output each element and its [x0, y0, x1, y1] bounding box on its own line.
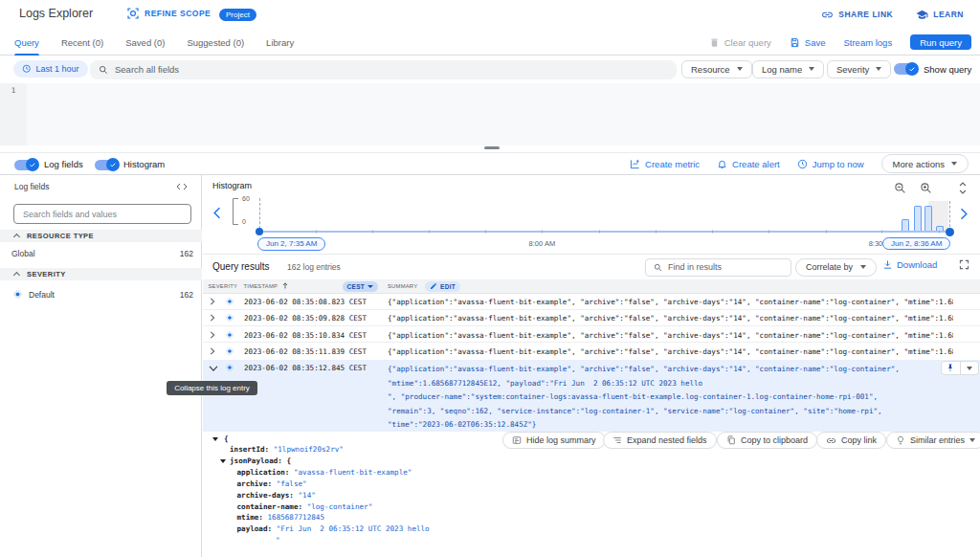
show-query-toggle[interactable]: [894, 63, 918, 75]
timeline-start-dot[interactable]: [256, 228, 263, 235]
expand-row-icon[interactable]: [209, 298, 216, 305]
share-link-button[interactable]: SHARE LINK: [821, 9, 893, 21]
tab-saved[interactable]: Saved (0): [125, 29, 165, 56]
pin-menu-icon[interactable]: [961, 362, 979, 374]
log-fields-toggle[interactable]: [14, 160, 38, 170]
tab-recent[interactable]: Recent (0): [61, 29, 103, 56]
query-editor[interactable]: 1: [0, 83, 980, 145]
field-row-global[interactable]: Global 162: [0, 242, 202, 264]
tree-value: "1lpwnoif20s2rv": [274, 445, 344, 454]
collapse-node-icon[interactable]: [212, 437, 218, 441]
correlate-by-button[interactable]: Correlate by: [795, 258, 877, 277]
fullscreen-icon[interactable]: [959, 259, 969, 270]
collapse-row-icon[interactable]: [209, 365, 218, 372]
collapse-panel-icon[interactable]: [176, 183, 188, 190]
log-row[interactable]: 2023-06-02 08:35:09.828 CEST {"applicati…: [203, 310, 980, 326]
learn-label: LEARN: [933, 10, 964, 19]
copy-to-clipboard-label: Copy to clipboard: [741, 435, 808, 445]
jump-to-now-button[interactable]: Jump to now: [797, 159, 864, 169]
editor-line-number: 1: [0, 83, 27, 145]
run-query-button[interactable]: Run query: [910, 34, 971, 51]
field-search-input[interactable]: [23, 210, 182, 219]
similar-entries-label: Similar entries: [910, 435, 965, 445]
tree-key: mtime:: [237, 513, 268, 522]
section-severity[interactable]: SEVERITY: [0, 268, 202, 280]
log-row[interactable]: 2023-06-02 08:35:08.823 CEST {"applicati…: [203, 294, 980, 310]
stream-logs-button[interactable]: Stream logs: [843, 37, 892, 48]
end-time-pill[interactable]: Jun 2, 8:36 AM: [882, 237, 950, 251]
expanded-log-row[interactable]: 2023-06-02 08:35:12.845 CEST {"applicati…: [203, 360, 980, 432]
find-in-results-input[interactable]: [668, 262, 783, 272]
project-badge[interactable]: Project: [219, 9, 256, 21]
zoom-out-icon[interactable]: [894, 182, 906, 194]
search-all-fields[interactable]: [90, 60, 677, 79]
expand-row-icon[interactable]: [209, 347, 216, 355]
field-label: Global: [11, 249, 35, 258]
find-in-results[interactable]: [645, 258, 791, 277]
tree-key: container-name:: [237, 502, 307, 511]
chevron-down-icon: [951, 162, 957, 166]
histogram-bar[interactable]: [924, 206, 932, 231]
chevron-down-icon: [737, 67, 743, 71]
tab-query[interactable]: Query: [14, 29, 39, 56]
resource-filter[interactable]: Resource: [681, 60, 752, 79]
field-search[interactable]: [13, 204, 191, 224]
resize-handle[interactable]: [484, 146, 500, 149]
log-entry-json-tree: { insertId: "1lpwnoif20s2rv" jsonPayload…: [203, 434, 701, 547]
time-range-label: Last 1 hour: [36, 64, 79, 74]
copy-to-clipboard-button[interactable]: Copy to clipboard: [717, 432, 817, 449]
zoom-in-icon[interactable]: [920, 182, 932, 194]
collapse-node-icon[interactable]: [220, 459, 226, 463]
histogram-bar[interactable]: [902, 219, 909, 231]
create-alert-button[interactable]: Create alert: [717, 159, 780, 169]
expand-row-icon[interactable]: [209, 314, 216, 322]
severity-filter[interactable]: Severity: [827, 60, 891, 79]
log-name-filter[interactable]: Log name: [752, 60, 824, 79]
create-metric-button[interactable]: Create metric: [630, 159, 700, 169]
histogram-bar[interactable]: [914, 206, 922, 231]
sort-ascending-icon[interactable]: [282, 282, 288, 289]
tabs: Query Recent (0) Saved (0) Suggested (0)…: [14, 29, 294, 56]
section-resource-type[interactable]: RESOURCE TYPE: [0, 230, 202, 242]
download-button[interactable]: Download: [882, 259, 937, 270]
save-button[interactable]: Save: [790, 37, 826, 48]
tooltip: Collapse this log entry: [167, 381, 257, 395]
clear-query-label: Clear query: [724, 37, 771, 48]
chevron-down-icon: [876, 67, 881, 71]
pin-icon[interactable]: [942, 362, 960, 374]
tab-library[interactable]: Library: [266, 29, 294, 56]
search-input[interactable]: [115, 64, 668, 75]
edit-summary-chip[interactable]: EDIT: [425, 281, 460, 293]
log-summary: {"application":"avassa-fluent-bit-exampl…: [388, 347, 953, 356]
time-range-button[interactable]: Last 1 hour: [13, 60, 88, 78]
learn-button[interactable]: LEARN: [916, 9, 964, 21]
histogram-timeline[interactable]: 8:00 AM8:30 AM: [259, 200, 950, 232]
log-row[interactable]: 2023-06-02 08:35:11.839 CEST {"applicati…: [203, 343, 980, 359]
refine-scope-button[interactable]: REFINE SCOPE: [127, 8, 211, 19]
col-timestamp[interactable]: TIMESTAMP: [244, 283, 278, 289]
unfold-icon[interactable]: [958, 181, 968, 195]
tree-line: container-name: "log-container": [203, 502, 701, 514]
histogram-bar[interactable]: [936, 226, 944, 231]
histogram-toggle[interactable]: [95, 160, 119, 170]
start-time-pill[interactable]: Jun 2, 7:35 AM: [257, 237, 325, 251]
clear-query-button[interactable]: Clear query: [709, 37, 771, 48]
similar-entries-button[interactable]: Similar entries: [886, 432, 980, 449]
more-actions-button[interactable]: More actions: [881, 154, 969, 173]
histogram-next-icon[interactable]: [960, 208, 969, 220]
histogram-prev-icon[interactable]: [212, 207, 221, 219]
timeline-end-dot[interactable]: [946, 228, 954, 236]
expand-row-icon[interactable]: [209, 331, 216, 339]
controls-actions: Create metric Create alert Jump to now M…: [630, 153, 969, 174]
field-row-default[interactable]: Default 162: [0, 283, 202, 305]
timezone-chip[interactable]: CEST: [343, 281, 379, 293]
log-fields-toggle-label: Log fields: [44, 159, 83, 169]
tab-suggested[interactable]: Suggested (0): [187, 29, 244, 56]
copy-link-button[interactable]: Copy link: [816, 432, 886, 449]
log-row[interactable]: 2023-06-02 08:35:10.834 CEST {"applicati…: [203, 326, 980, 343]
severity-default-icon: [226, 364, 234, 371]
query-toolbar: Last 1 hour Resource Log name Severity S…: [0, 56, 980, 83]
tree-value: "Fri Jun 2 06:35:12 UTC 2023 hello: [277, 524, 430, 533]
time-tick: [429, 230, 430, 234]
time-tick: [881, 230, 882, 234]
